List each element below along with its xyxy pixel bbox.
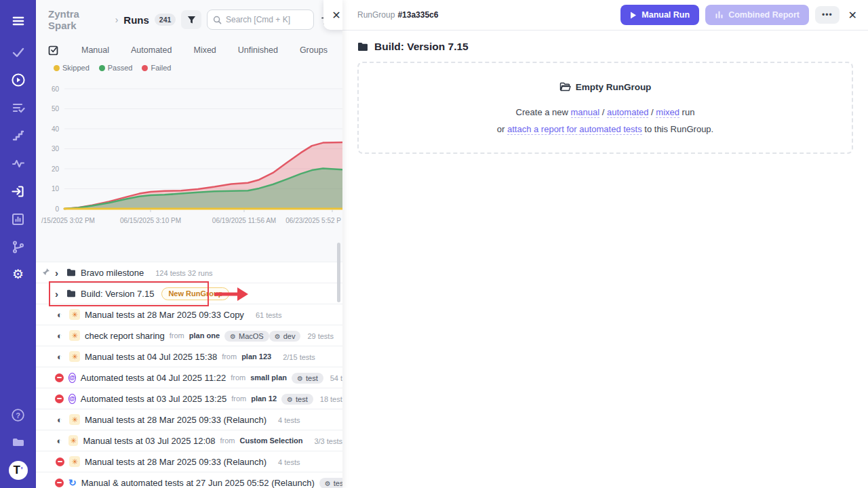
breadcrumb-project[interactable]: Zyntra Spark [48, 8, 110, 31]
more-options-button[interactable]: ••• [815, 6, 840, 24]
run-list-item[interactable]: ✳ Manual tests at 28 Mar 2025 09:33 (Rel… [36, 451, 342, 472]
status-stopped-icon [56, 458, 64, 466]
plan-name[interactable]: plan 12 [251, 394, 277, 403]
folder-icon [66, 268, 76, 277]
rungroup-id: #13a335c6 [397, 10, 438, 20]
run-list-item[interactable]: @ Automated tests at 04 Jul 2025 11:22 f… [36, 367, 342, 388]
tab-groups[interactable]: Groups [289, 43, 338, 58]
tests-count: 32 runs [188, 269, 213, 277]
from-label: from [220, 436, 235, 445]
run-list-item[interactable]: ◐ ✳ Manual tests at 28 Mar 2025 09:33 (R… [36, 409, 342, 430]
mixed-run-link[interactable]: mixed [656, 107, 679, 118]
run-title[interactable]: Manual & automated tests at 27 Jun 2025 … [81, 478, 315, 488]
pulse-icon[interactable] [10, 155, 26, 171]
filter-button[interactable] [181, 10, 201, 29]
legend-dot [142, 65, 148, 71]
automated-run-icon: @ [68, 394, 76, 404]
plans-icon[interactable] [10, 100, 26, 116]
settings-icon[interactable]: ⚙ [10, 266, 26, 282]
tests-icon[interactable] [10, 44, 26, 60]
legend-item-passed[interactable]: Passed [99, 64, 133, 72]
drawer-close-button[interactable]: ✕ [323, 0, 342, 30]
legend-item-failed[interactable]: Failed [142, 64, 171, 72]
tab-automated[interactable]: Automated [120, 43, 182, 58]
run-list-item[interactable]: @ Automated tests at 03 Jul 2025 13:25 f… [36, 388, 342, 409]
search-box[interactable] [207, 9, 314, 30]
runs-trend-chart: 0102030405060/15/2025 3:02 PM06/15/2025 … [36, 80, 342, 235]
select-all-icon[interactable] [48, 44, 60, 56]
run-list-item[interactable]: › Bravo milestone 124 tests32 runs [36, 262, 342, 283]
svg-text:/15/2025 3:02 PM: /15/2025 3:02 PM [41, 217, 95, 224]
new-rungroup-badge: New RunGroup [161, 287, 229, 300]
steps-icon[interactable] [10, 127, 26, 144]
drawer-header: Zyntra Spark › Runs 241 [36, 0, 342, 37]
tab-mixed[interactable]: Mixed [182, 43, 226, 58]
tests-count: 4 tests [278, 416, 300, 424]
projects-icon[interactable] [10, 434, 26, 450]
combined-report-button[interactable]: Combined Report [705, 5, 809, 25]
runs-count-badge: 241 [155, 14, 176, 26]
branches-icon[interactable] [10, 239, 26, 255]
plan-name[interactable]: plan 123 [241, 352, 271, 361]
rungroup-label: RunGroup [357, 10, 395, 20]
app-sidebar: ⚙ ? T' [0, 0, 36, 488]
drawer-scrollbar[interactable] [337, 243, 340, 302]
chevron-right-icon[interactable]: › [55, 268, 62, 278]
search-input[interactable] [226, 15, 300, 24]
run-list-item[interactable]: › Build: Version 7.15 New RunGroup [36, 283, 342, 304]
run-title[interactable]: Automated tests at 04 Jul 2025 11:22 [81, 373, 226, 383]
ellipsis-icon: ••• [822, 10, 833, 20]
run-title[interactable]: Manual tests at 28 Mar 2025 09:33 (Relau… [85, 415, 267, 425]
automated-run-link[interactable]: automated [607, 107, 648, 118]
run-list-item[interactable]: ◐ ✳ Manual tests at 04 Jul 2025 15:38 fr… [36, 346, 342, 367]
run-list-item[interactable]: ◐ ✳ check report sharing from plan one ⚙… [36, 325, 342, 346]
manual-run-icon: ✳ [68, 435, 79, 446]
run-title[interactable]: Manual tests at 03 Jul 2025 12:08 [83, 436, 215, 446]
automated-run-icon: @ [68, 373, 76, 383]
run-title[interactable]: Manual tests at 28 Mar 2025 09:33 (Relau… [85, 457, 267, 467]
attach-report-link[interactable]: attach a report for automated tests [507, 124, 642, 135]
create-run-line: Create a new manual / automated / mixed … [516, 107, 695, 117]
plan-name[interactable]: small plan [250, 373, 287, 382]
breadcrumb-page: Runs [123, 14, 149, 26]
run-title[interactable]: Build: Version 7.15 [81, 289, 154, 299]
runs-list: › Bravo milestone 124 tests32 runs › Bui… [36, 262, 342, 488]
run-title[interactable]: Automated tests at 03 Jul 2025 13:25 [81, 394, 226, 404]
run-list-item[interactable]: ◐ ✳ Manual tests at 03 Jul 2025 12:08 fr… [36, 430, 342, 451]
status-in-progress-icon: ◐ [55, 310, 64, 319]
manual-run-link[interactable]: manual [571, 107, 600, 118]
app-logo[interactable]: T' [9, 461, 28, 480]
runs-icon[interactable] [10, 72, 26, 88]
panel-close-button[interactable]: ✕ [848, 9, 857, 22]
run-title[interactable]: Manual tests at 04 Jul 2025 15:38 [85, 352, 217, 362]
manual-run-icon: ✳ [69, 456, 80, 467]
run-title[interactable]: check report sharing [85, 331, 165, 341]
rungroup-title: Build: Version 7.15 [374, 41, 469, 53]
env-badge: ⚙test [281, 394, 313, 405]
search-icon [213, 16, 222, 24]
menu-icon[interactable] [10, 13, 26, 29]
tab-manual[interactable]: Manual [71, 43, 120, 58]
chevron-right-icon[interactable]: › [55, 289, 62, 299]
status-in-progress-icon: ◐ [55, 415, 64, 424]
help-icon[interactable]: ? [10, 407, 26, 423]
run-title[interactable]: Manual tests at 28 Mar 2025 09:33 Copy [85, 310, 244, 320]
open-folder-icon [559, 82, 571, 92]
legend-item-skipped[interactable]: Skipped [54, 64, 90, 72]
manual-run-button[interactable]: Manual Run [620, 5, 699, 25]
run-list-item[interactable]: ↻ Manual & automated tests at 27 Jun 202… [36, 472, 342, 488]
status-in-progress-icon: ◐ [55, 436, 64, 445]
manual-run-icon: ✳ [69, 330, 80, 341]
reports-icon[interactable] [10, 211, 26, 227]
from-label: from [231, 373, 245, 382]
import-icon[interactable] [10, 183, 26, 199]
env-badge: ⚙dev [269, 331, 301, 342]
run-title[interactable]: Bravo milestone [81, 268, 144, 278]
tab-unfinished[interactable]: Unfinished [227, 43, 289, 58]
plan-name[interactable]: Custom Selection [240, 436, 303, 445]
manual-run-icon: ✳ [69, 309, 80, 320]
plan-name[interactable]: plan one [189, 331, 220, 340]
attach-report-line: or attach a report for automated tests t… [497, 124, 713, 134]
tests-count: 2/15 tests [283, 353, 315, 361]
run-list-item[interactable]: ◐ ✳ Manual tests at 28 Mar 2025 09:33 Co… [36, 304, 342, 325]
